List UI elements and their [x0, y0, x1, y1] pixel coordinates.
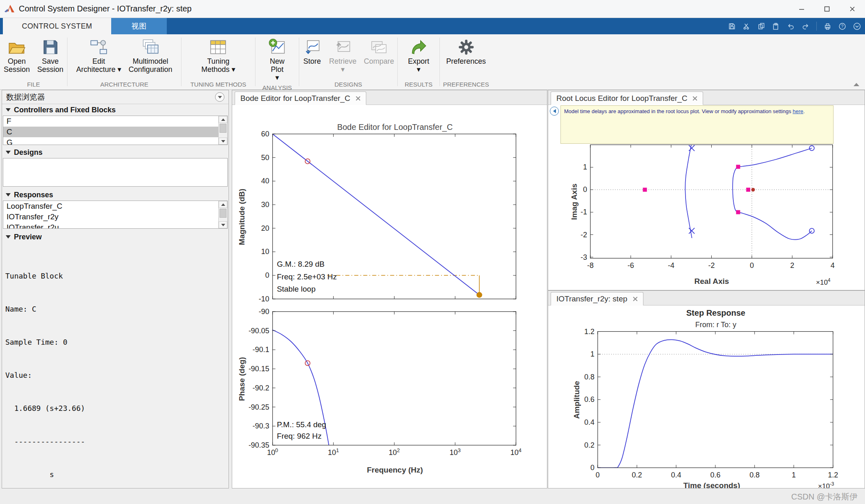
approximation-settings-link[interactable]: here	[793, 108, 803, 114]
quick-access-toolbar: ?	[728, 18, 861, 34]
step-response-panel: 00.20.40.60.811.200.20.40.60.811.2 IOTra…	[548, 290, 865, 488]
list-item-C[interactable]: C	[3, 127, 227, 137]
section-controllers-header[interactable]: Controllers and Fixed Blocks	[2, 104, 229, 116]
list-item-looptransfer-c[interactable]: LoopTransfer_C	[3, 201, 227, 212]
list-item-F[interactable]: F	[3, 116, 227, 127]
print-icon[interactable]	[824, 22, 831, 30]
tuning-methods-button[interactable]: Tuning Methods ▾	[198, 37, 238, 74]
svg-text:0.2: 0.2	[632, 471, 642, 479]
minimize-button[interactable]	[789, 0, 814, 18]
list-item-G[interactable]: G	[3, 137, 227, 145]
tab-iotransfer-step[interactable]: IOTransfer_r2y: step	[551, 292, 643, 306]
bode-magnitude-axis-label: Magnitude (dB)	[238, 189, 247, 245]
list-item-iotransfer-r2u[interactable]: IOTransfer_r2u	[3, 222, 227, 229]
step-time-axis-label: Time (seconds)	[683, 481, 740, 488]
scrollbar-thumb[interactable]	[220, 124, 226, 133]
svg-text:0: 0	[750, 261, 754, 270]
section-preview-title: Preview	[14, 233, 42, 241]
export-label: Export ▾	[408, 57, 429, 74]
section-designs-header[interactable]: Designs	[2, 147, 229, 158]
svg-text:101: 101	[328, 447, 339, 457]
bode-phase-plot[interactable]: 100101102103104-90-90.05-90.1-90.15-90.2…	[232, 90, 547, 488]
retrieve-icon	[333, 38, 352, 57]
undo-icon[interactable]	[787, 22, 795, 30]
compare-button[interactable]: Compare	[361, 37, 397, 66]
toolbar-divider	[816, 22, 817, 31]
root-locus-tabbar: Root Locus Editor for LoopTransfer_C	[548, 90, 865, 105]
multimodel-configuration-button[interactable]: Multimodel Configuration	[125, 37, 176, 74]
section-preview-header[interactable]: Preview	[2, 231, 229, 243]
copy-icon[interactable]	[757, 22, 765, 30]
new-plot-button[interactable]: New Plot ▾	[264, 37, 290, 83]
compare-icon	[370, 38, 389, 57]
ribbon: Open Session Save Session FILE	[0, 34, 865, 90]
scroll-down-icon[interactable]	[219, 138, 227, 145]
close-button[interactable]	[840, 0, 865, 18]
designs-list[interactable]	[3, 158, 228, 187]
redo-icon[interactable]	[802, 22, 809, 30]
svg-text:-2: -2	[580, 231, 587, 239]
tab-bode-editor[interactable]: Bode Editor for LoopTransfer_C	[235, 91, 366, 105]
close-icon[interactable]	[633, 297, 638, 301]
svg-text:0: 0	[596, 471, 600, 479]
svg-text:0.4: 0.4	[671, 471, 681, 479]
svg-text:Freq: 962 Hz: Freq: 962 Hz	[277, 432, 321, 440]
banner-collapse-icon[interactable]	[550, 107, 559, 116]
multimodel-configuration-icon	[141, 38, 160, 57]
tuning-methods-label: Tuning Methods ▾	[201, 57, 235, 74]
ribbon-group-preferences: Preferences PREFERENCES	[440, 34, 492, 89]
store-button[interactable]: Store	[299, 37, 325, 66]
ribbon-group-architecture: Edit Architecture ▾ Multimodel Configura…	[67, 34, 181, 89]
save-session-button[interactable]: Save Session	[34, 37, 67, 74]
paste-icon[interactable]	[772, 22, 780, 30]
svg-text:0: 0	[590, 464, 594, 472]
tab-view[interactable]: 视图	[111, 18, 167, 34]
svg-text:4: 4	[831, 261, 835, 270]
collapse-caret-icon	[6, 235, 11, 239]
collapse-ribbon-icon[interactable]	[854, 83, 859, 86]
maximize-button[interactable]	[814, 0, 840, 18]
edit-architecture-label: Edit Architecture ▾	[76, 57, 121, 74]
ribbon-group-designs: Store Retrieve ▾ Compare DE	[299, 34, 397, 89]
svg-text:-90.15: -90.15	[249, 365, 269, 373]
edit-architecture-button[interactable]: Edit Architecture ▾	[73, 37, 124, 74]
multimodel-configuration-label: Multimodel Configuration	[129, 57, 173, 74]
section-responses-header[interactable]: Responses	[2, 189, 229, 201]
tab-root-locus-editor[interactable]: Root Locus Editor for LoopTransfer_C	[551, 91, 703, 105]
export-button[interactable]: Export ▾	[405, 37, 432, 74]
section-designs-title: Designs	[14, 148, 43, 157]
tab-control-system[interactable]: CONTROL SYSTEM	[3, 18, 111, 34]
save-icon[interactable]	[728, 22, 736, 30]
close-icon[interactable]	[692, 96, 697, 101]
data-browser-menu-icon[interactable]	[215, 92, 224, 102]
retrieve-button[interactable]: Retrieve ▾	[326, 37, 360, 74]
banner-text: Model time delays are approximated in th…	[564, 108, 793, 114]
collapse-caret-icon	[6, 151, 11, 154]
step-amplitude-axis-label: Amplitude	[572, 381, 581, 419]
tab-control-system-label: CONTROL SYSTEM	[22, 22, 92, 31]
controllers-scrollbar[interactable]	[218, 116, 227, 145]
delay-approximation-banner: Model time delays are approximated in th…	[560, 105, 834, 144]
preferences-button[interactable]: Preferences	[443, 37, 489, 66]
svg-text:-90.2: -90.2	[253, 384, 269, 392]
scroll-down-icon[interactable]	[219, 221, 227, 228]
svg-text:103: 103	[450, 447, 461, 457]
close-icon[interactable]	[356, 96, 361, 101]
svg-text:-8: -8	[587, 261, 594, 270]
svg-text:-4: -4	[668, 261, 675, 270]
list-item-iotransfer-r2y[interactable]: IOTransfer_r2y	[3, 212, 227, 222]
scroll-up-icon[interactable]	[219, 201, 227, 208]
help-icon[interactable]: ?	[838, 22, 846, 30]
scroll-up-icon[interactable]	[219, 116, 227, 123]
data-browser-panel: 数据浏览器 Controllers and Fixed Blocks F C G…	[2, 90, 229, 488]
cut-icon[interactable]	[743, 22, 751, 30]
root-locus-panel: -8-6-4-202410-1-2-3 Root Locus Editor fo…	[548, 90, 865, 290]
open-session-button[interactable]: Open Session	[0, 37, 33, 74]
svg-text:P.M.: 55.4 deg: P.M.: 55.4 deg	[277, 420, 326, 429]
responses-scrollbar[interactable]	[218, 201, 227, 228]
scrollbar-thumb[interactable]	[220, 209, 226, 218]
controllers-list: F C G	[3, 116, 228, 145]
svg-text:-6: -6	[627, 261, 634, 270]
tab-bode-editor-label: Bode Editor for LoopTransfer_C	[240, 94, 350, 103]
toolstrip-menu-icon[interactable]	[853, 22, 861, 30]
